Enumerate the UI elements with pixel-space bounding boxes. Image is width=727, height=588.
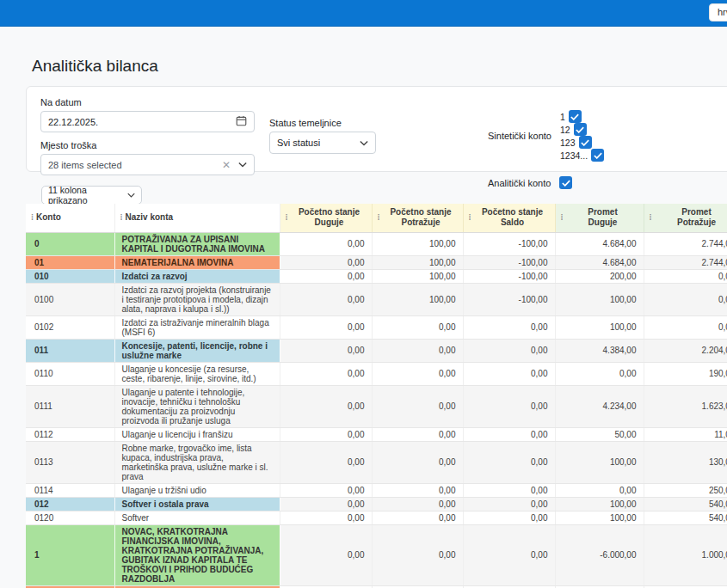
top-navbar: hrva xyxy=(0,0,727,27)
checkbox-label: 123 xyxy=(560,138,576,148)
column-header[interactable]: ⁞Početno stanjePotražuje xyxy=(372,204,463,232)
page-title: Analitička bilanca xyxy=(32,57,158,76)
table-row[interactable]: 0POTRAŽIVANJA ZA UPISANI KAPITAL I DUGOT… xyxy=(26,232,727,255)
amount-cell: 0,00 xyxy=(280,269,372,283)
synthetic-account-option[interactable]: 1 xyxy=(560,110,604,123)
table-row[interactable]: 0112Ulaganje u licenciju i franšizu0,000… xyxy=(26,427,727,441)
checkbox-checked-icon[interactable] xyxy=(579,136,592,149)
drag-handle-icon[interactable]: ⁞ xyxy=(561,213,563,222)
amount-cell: 0,00 xyxy=(372,339,463,362)
cost-center-label: Mjesto troška xyxy=(40,140,255,150)
analytic-account-label: Analitički konto xyxy=(488,178,551,188)
balance-table-container: ⁞Konto⁞Naziv konta⁞Početno stanjeDuguje⁞… xyxy=(26,204,727,588)
checkbox-checked-icon[interactable] xyxy=(591,149,604,162)
checkbox-label: 1 xyxy=(560,112,565,122)
chevron-down-icon xyxy=(127,193,135,198)
amount-cell: 0,00 xyxy=(372,427,463,441)
account-name-cell: Robne marke, trgovačko ime, lista kupaca… xyxy=(114,441,280,483)
calendar-icon[interactable] xyxy=(236,115,247,128)
amount-cell: 0,00 xyxy=(463,441,555,483)
synthetic-account-row: Sintetički konto 1121231234... xyxy=(488,110,613,162)
amount-cell: 0,00 xyxy=(463,362,555,385)
table-row[interactable]: 0110Ulaganje u koncesije (za resurse, ce… xyxy=(26,362,727,385)
amount-cell: -100,00 xyxy=(463,232,555,255)
drag-handle-icon[interactable]: ⁞ xyxy=(378,213,379,222)
column-header[interactable]: ⁞Početno stanjeDuguje xyxy=(280,204,372,232)
amount-cell: 100,00 xyxy=(372,269,463,283)
table-header-row: ⁞Konto⁞Naziv konta⁞Početno stanjeDuguje⁞… xyxy=(26,204,727,232)
column-header[interactable]: ⁞Početno stanjeSaldo xyxy=(463,204,555,232)
amount-cell: 0,00 xyxy=(372,511,463,524)
amount-cell: 130,00 xyxy=(644,441,727,483)
account-code-cell: 0114 xyxy=(26,483,114,497)
amount-cell: -100,00 xyxy=(463,283,555,315)
table-row[interactable]: 012Softver i ostala prava0,000,000,00100… xyxy=(26,497,727,511)
table-row[interactable]: 01NEMATERIJALNA IMOVINA0,00100,00-100,00… xyxy=(26,255,727,269)
synthetic-account-option[interactable]: 1234... xyxy=(560,149,604,162)
filter-panel: Na datum 22.12.2025. Mjesto troška 28 it… xyxy=(26,86,727,172)
account-name-cell: Softver i ostala prava xyxy=(114,497,280,511)
table-row[interactable]: 0114Ulaganje u tržišni udio0,000,000,000… xyxy=(26,483,727,497)
account-code-cell: 0 xyxy=(26,232,114,255)
date-input[interactable]: 22.12.2025. xyxy=(40,111,255,132)
drag-handle-icon[interactable]: ⁞ xyxy=(286,213,287,222)
table-row[interactable]: 010Izdatci za razvoj0,00100,00-100,00200… xyxy=(26,269,727,283)
amount-cell: 0,00 xyxy=(280,483,372,497)
amount-cell: 100,00 xyxy=(555,497,644,511)
amount-cell: 0,00 xyxy=(463,524,555,585)
drag-handle-icon[interactable]: ⁞ xyxy=(469,213,471,222)
checkbox-checked-icon[interactable] xyxy=(569,110,582,123)
amount-cell: 0,00 xyxy=(280,385,372,427)
amount-cell: 540,00 xyxy=(644,497,727,511)
account-code-cell: 010 xyxy=(26,269,114,283)
table-row[interactable]: 1NOVAC, KRATKOTRAJNA FINANCIJSKA IMOVINA… xyxy=(26,524,727,585)
table-row[interactable]: 0100Izdatci za razvoj projekta (konstrui… xyxy=(26,283,727,315)
synthetic-account-option[interactable]: 12 xyxy=(560,123,604,136)
columns-visibility-dropdown[interactable]: 11 kolona prikazano xyxy=(41,186,142,205)
column-header[interactable]: ⁞Konto xyxy=(26,204,114,232)
checkbox-label: 12 xyxy=(560,125,570,135)
amount-cell: 0,00 xyxy=(463,315,555,339)
analytic-account-checkbox[interactable] xyxy=(559,176,572,189)
amount-cell: 0,00 xyxy=(372,441,463,483)
amount-cell: 1.623,00 xyxy=(644,385,727,427)
cost-center-multiselect[interactable]: 28 items selected ✕ xyxy=(40,154,255,175)
table-row[interactable]: 011Koncesije, patenti, licencije, robne … xyxy=(26,339,727,362)
drag-handle-icon[interactable]: ⁞ xyxy=(120,213,122,222)
amount-cell: 0,00 xyxy=(372,315,463,339)
column-header[interactable]: ⁞PrometDuguje xyxy=(555,204,644,232)
drag-handle-icon[interactable]: ⁞ xyxy=(31,213,33,222)
date-value: 22.12.2025. xyxy=(48,117,236,127)
table-row[interactable]: 0120Softver0,000,000,00100,00540,00 xyxy=(26,511,727,524)
account-name-cell: Softver xyxy=(114,511,280,524)
table-row[interactable]: 0113Robne marke, trgovačko ime, lista ku… xyxy=(26,441,727,483)
column-header[interactable]: ⁞PrometPotražuje xyxy=(644,204,727,232)
amount-cell: 0,00 xyxy=(280,511,372,524)
amount-cell: 0,00 xyxy=(372,483,463,497)
amount-cell: 4.684,00 xyxy=(555,232,644,255)
drag-handle-icon[interactable]: ⁞ xyxy=(650,213,651,222)
amount-cell: -100,00 xyxy=(463,255,555,269)
language-button[interactable]: hrva xyxy=(709,3,727,21)
column-header[interactable]: ⁞Naziv konta xyxy=(114,204,280,232)
amount-cell: 4.234,00 xyxy=(555,385,644,427)
account-name-cell: Ulaganje u licenciju i franšizu xyxy=(114,427,280,441)
amount-cell: 0,00 xyxy=(463,385,555,427)
date-label: Na datum xyxy=(40,97,255,107)
clear-selection-icon[interactable]: ✕ xyxy=(222,160,231,170)
account-code-cell: 011 xyxy=(26,339,114,362)
table-row[interactable]: 0102Izdatci za istraživanje mineralnih b… xyxy=(26,315,727,339)
checkbox-checked-icon[interactable] xyxy=(574,123,587,136)
amount-cell: 11,00 xyxy=(644,427,727,441)
journal-status-select[interactable]: Svi statusi xyxy=(269,132,376,154)
cost-center-value: 28 items selected xyxy=(48,160,222,170)
amount-cell: 0,00 xyxy=(280,339,372,362)
account-name-cell: NEMATERIJALNA IMOVINA xyxy=(114,255,280,269)
synthetic-account-option[interactable]: 123 xyxy=(560,136,604,149)
amount-cell: 0,00 xyxy=(372,497,463,511)
table-row[interactable]: 0111Ulaganje u patente i tehnologije, in… xyxy=(26,385,727,427)
amount-cell: 0,00 xyxy=(463,339,555,362)
amount-cell: 200,00 xyxy=(555,269,644,283)
amount-cell: 1.000,00 xyxy=(644,524,727,585)
chevron-down-icon[interactable] xyxy=(238,162,247,168)
